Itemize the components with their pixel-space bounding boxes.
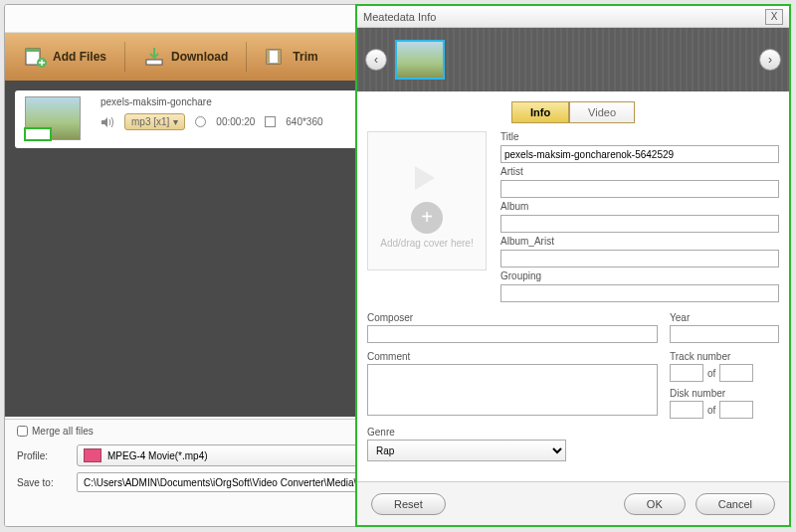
duration-value: 00:00:20 — [216, 116, 255, 127]
info-badge-highlight — [24, 127, 52, 141]
add-files-label: Add Files — [53, 50, 106, 64]
format-dropdown[interactable]: mp3 [x1] ▾ — [124, 113, 185, 130]
resolution-value: 640*360 — [286, 116, 322, 127]
reset-button[interactable]: Reset — [371, 493, 446, 515]
form-area: + Add/drag cover here! Title Artist Albu… — [367, 131, 779, 461]
close-icon: X — [771, 11, 778, 22]
prev-button[interactable]: ‹ — [365, 49, 387, 71]
album-artist-label: Album_Arist — [500, 236, 779, 247]
grouping-label: Grouping — [500, 270, 779, 281]
dialog-body: Info Video + Add/drag cover here! Title … — [357, 91, 789, 481]
year-label: Year — [670, 312, 779, 323]
metadata-dialog: Meatedata Info X ‹ › Info Video + Add/dr… — [355, 4, 791, 527]
track-total-input[interactable] — [719, 364, 753, 382]
saveto-input[interactable] — [77, 472, 399, 492]
chevron-down-icon: ▾ — [173, 116, 178, 127]
profile-value: MPEG-4 Movie(*.mp4) — [107, 450, 208, 461]
ok-button[interactable]: OK — [624, 493, 686, 515]
strip-thumbnail[interactable] — [395, 40, 445, 80]
download-button[interactable]: Download — [133, 40, 238, 74]
tab-info[interactable]: Info — [511, 101, 569, 123]
add-files-icon — [25, 46, 47, 68]
disk-total-input[interactable] — [719, 401, 753, 419]
trim-icon — [265, 46, 287, 68]
cover-placeholder-icon — [405, 154, 449, 198]
album-artist-input[interactable] — [500, 250, 779, 267]
thumbnail-strip: ‹ › — [357, 28, 789, 91]
volume-icon[interactable] — [100, 116, 114, 128]
grouping-input[interactable] — [500, 284, 779, 302]
disk-number-input[interactable] — [670, 401, 703, 419]
close-button[interactable]: X — [765, 9, 783, 25]
genre-label: Genre — [367, 427, 779, 438]
file-details: pexels-maksim-gonchare mp3 [x1] ▾ 00:00:… — [100, 96, 391, 142]
tab-row: Info Video — [367, 101, 779, 123]
year-input[interactable] — [670, 325, 779, 343]
format-label: mp3 [x1] — [131, 116, 169, 127]
cover-art-dropzone[interactable]: + Add/drag cover here! — [367, 131, 487, 270]
converter-window: Add Files Download Trim pexels-maksim-go… — [4, 4, 412, 527]
disk-number-label: Disk number — [670, 388, 779, 399]
merge-label: Merge all files — [32, 426, 94, 437]
main-toolbar: Add Files Download Trim — [5, 33, 411, 81]
artist-input[interactable] — [500, 180, 779, 198]
dialog-title: Meatedata Info — [363, 11, 436, 23]
trim-button[interactable]: Trim — [255, 40, 327, 74]
cancel-button[interactable]: Cancel — [696, 493, 775, 515]
track-number-label: Track number — [670, 351, 779, 362]
svg-rect-1 — [26, 49, 40, 52]
next-button[interactable]: › — [759, 49, 781, 71]
svg-rect-5 — [267, 50, 270, 64]
album-label: Album — [500, 201, 779, 212]
trim-label: Trim — [293, 50, 317, 64]
of-label: of — [707, 405, 715, 416]
add-cover-icon: + — [411, 202, 443, 234]
merge-checkbox[interactable] — [17, 426, 28, 437]
dialog-footer: Reset OK Cancel — [357, 481, 789, 525]
profile-select[interactable]: MPEG-4 Movie(*.mp4) — [77, 444, 399, 466]
comment-label: Comment — [367, 351, 658, 362]
toolbar-separator — [246, 42, 247, 72]
file-item[interactable]: pexels-maksim-gonchare mp3 [x1] ▾ 00:00:… — [15, 90, 401, 148]
album-input[interactable] — [500, 215, 779, 233]
composer-label: Composer — [367, 312, 658, 323]
artist-label: Artist — [500, 166, 779, 177]
title-label: Title — [500, 131, 779, 142]
track-number-input[interactable] — [670, 364, 703, 382]
composer-input[interactable] — [367, 325, 658, 343]
svg-rect-6 — [278, 50, 281, 64]
download-label: Download — [171, 50, 228, 64]
file-list: pexels-maksim-gonchare mp3 [x1] ▾ 00:00:… — [5, 81, 411, 417]
dimensions-icon — [265, 116, 276, 127]
download-icon — [143, 46, 165, 68]
toolbar-separator — [124, 42, 125, 72]
genre-select[interactable]: Rap — [367, 440, 566, 461]
window-titlebar — [5, 5, 411, 33]
bottom-panel: Merge all files Profile: MPEG-4 Movie(*.… — [5, 419, 411, 526]
merge-row: Merge all files — [17, 426, 399, 437]
clock-icon — [195, 116, 206, 127]
of-label: of — [707, 368, 715, 379]
chevron-right-icon: › — [768, 53, 772, 67]
tab-video[interactable]: Video — [569, 101, 635, 123]
profile-icon — [84, 448, 101, 462]
svg-rect-3 — [146, 60, 162, 65]
file-meta: mp3 [x1] ▾ 00:00:20 640*360 — [100, 113, 391, 130]
profile-label: Profile: — [17, 450, 69, 461]
dialog-titlebar: Meatedata Info X — [357, 6, 789, 28]
chevron-left-icon: ‹ — [374, 53, 378, 67]
saveto-label: Save to: — [17, 477, 69, 488]
comment-input[interactable] — [367, 364, 658, 416]
file-name: pexels-maksim-gonchare — [100, 96, 391, 107]
cover-hint: Add/drag cover here! — [380, 238, 473, 249]
add-files-button[interactable]: Add Files — [15, 40, 116, 74]
title-input[interactable] — [500, 145, 779, 163]
file-thumbnail — [25, 96, 81, 140]
